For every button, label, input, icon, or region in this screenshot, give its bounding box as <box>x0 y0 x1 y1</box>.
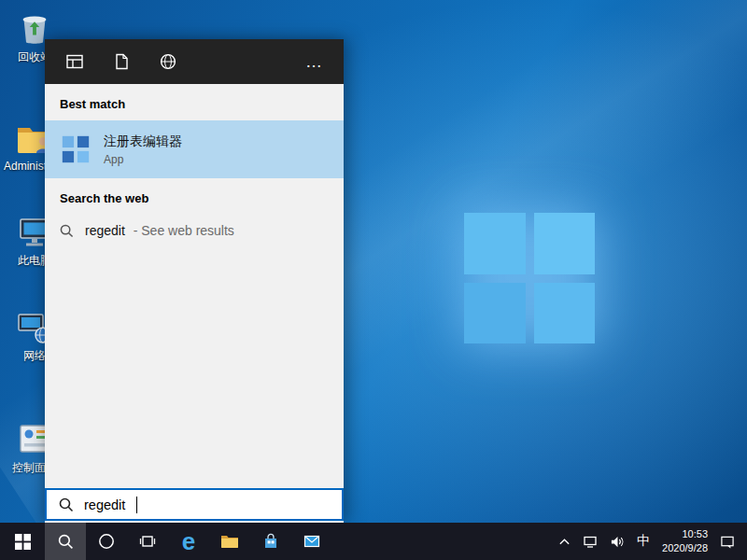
globe-icon <box>160 53 176 70</box>
best-match-header: Best match <box>45 84 344 120</box>
search-panel: … Best match 注册表编辑器 App Search the web r… <box>45 39 344 523</box>
best-match-result[interactable]: 注册表编辑器 App <box>45 120 344 178</box>
tray-expand-button[interactable] <box>558 536 571 548</box>
task-view-icon <box>139 533 156 550</box>
windows-logo-pane <box>464 213 526 274</box>
clock-date: 2020/9/28 <box>662 541 708 555</box>
cortana-icon <box>98 533 115 550</box>
taskbar-left: e <box>0 523 332 560</box>
best-match-text: 注册表编辑器 App <box>104 133 182 166</box>
tray-volume-button[interactable] <box>610 535 625 549</box>
best-match-title: 注册表编辑器 <box>104 133 182 150</box>
task-view-button[interactable] <box>127 523 168 560</box>
mail-button[interactable] <box>291 523 332 560</box>
system-tray: 中 10:53 2020/9/28 <box>546 523 747 560</box>
search-icon <box>59 497 74 512</box>
search-icon <box>60 224 74 238</box>
search-input-value: regedit <box>84 497 125 512</box>
search-web-header: Search the web <box>45 178 344 215</box>
action-center-icon <box>720 535 735 549</box>
taskbar-clock[interactable]: 10:53 2020/9/28 <box>662 527 708 555</box>
windows-logo-pane <box>534 213 596 274</box>
action-center-button[interactable] <box>720 535 735 549</box>
filter-apps-button[interactable] <box>65 52 84 71</box>
store-button[interactable] <box>250 523 291 560</box>
file-explorer-button[interactable] <box>209 523 250 560</box>
clock-time: 10:53 <box>662 527 708 541</box>
taskbar: e <box>0 523 747 560</box>
cortana-button[interactable] <box>86 523 127 560</box>
best-match-subtitle: App <box>104 153 182 166</box>
windows-logo-pane <box>534 283 596 344</box>
mail-icon <box>303 534 320 549</box>
apps-icon <box>66 53 83 70</box>
search-icon <box>58 534 74 550</box>
document-icon <box>113 53 130 70</box>
filter-documents-button[interactable] <box>112 52 131 71</box>
more-options-button[interactable]: … <box>305 57 323 66</box>
windows-logo-pane <box>464 283 526 344</box>
ime-indicator[interactable]: 中 <box>637 533 650 550</box>
filter-web-button[interactable] <box>159 52 177 71</box>
edge-icon: e <box>182 529 195 553</box>
web-result-query: regedit <box>85 223 125 238</box>
windows-logo-wallpaper <box>464 213 595 343</box>
text-caret <box>136 497 137 513</box>
taskbar-search-button[interactable] <box>45 523 86 560</box>
folder-icon <box>220 533 239 550</box>
web-search-result[interactable]: regedit - See web results <box>45 215 344 246</box>
start-button[interactable] <box>0 523 45 560</box>
web-result-text: regedit - See web results <box>85 223 234 238</box>
web-result-suffix: - See web results <box>134 223 234 238</box>
display-network-icon <box>583 535 598 549</box>
edge-button[interactable]: e <box>168 523 209 560</box>
speaker-icon <box>610 535 625 549</box>
chevron-up-icon <box>558 536 571 548</box>
registry-editor-icon <box>60 133 92 165</box>
store-icon <box>262 533 279 550</box>
windows-start-icon <box>15 534 31 550</box>
search-input-box[interactable]: regedit <box>45 488 344 521</box>
tray-network-button[interactable] <box>583 535 598 549</box>
search-filter-bar: … <box>45 39 344 84</box>
